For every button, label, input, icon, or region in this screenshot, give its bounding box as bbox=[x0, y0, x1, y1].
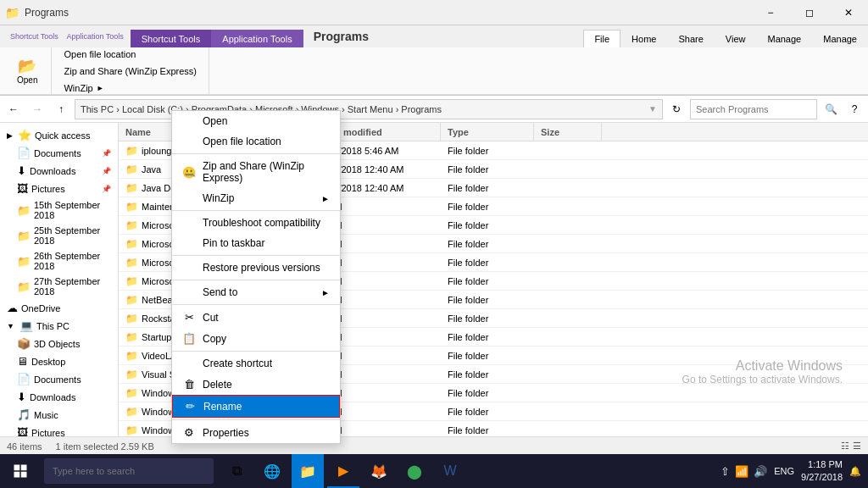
winzip-button[interactable]: WinZip ► bbox=[58, 81, 108, 95]
ctx-restore[interactable]: Restore previous versions bbox=[172, 258, 340, 278]
search-input[interactable] bbox=[690, 99, 817, 119]
tab-app-tools[interactable]: Application Tools bbox=[211, 30, 303, 47]
tray-network-icon[interactable]: 📶 bbox=[735, 465, 748, 478]
ctx-properties[interactable]: ⚙ Properties bbox=[172, 422, 340, 443]
details-view-icon[interactable]: ☷ bbox=[841, 441, 849, 452]
ctx-troubleshoot[interactable]: Troubleshoot compatibility bbox=[172, 213, 340, 233]
open-button[interactable]: 📂 Open bbox=[10, 51, 44, 92]
tab-file[interactable]: File bbox=[583, 30, 620, 47]
taskbar-chrome[interactable]: ⬤ bbox=[398, 454, 431, 488]
ctx-sep6 bbox=[172, 351, 340, 352]
ctx-winzip-label: WinZip bbox=[203, 192, 234, 204]
sidebar-item-sept25[interactable]: 📁 25th September 2018 bbox=[0, 223, 118, 248]
delete-icon: 🗑 bbox=[182, 378, 196, 391]
sidebar-item-documents[interactable]: 📄 Documents 📌 bbox=[0, 144, 118, 162]
ctx-pin-taskbar[interactable]: Pin to taskbar bbox=[172, 233, 340, 253]
onedrive-icon: ☁ bbox=[7, 302, 18, 314]
tray-lang[interactable]: ENG bbox=[774, 466, 794, 476]
ctx-open-file-location[interactable]: Open file location bbox=[172, 131, 340, 152]
minimize-button[interactable]: − bbox=[751, 0, 790, 25]
ctx-send-to[interactable]: Send to ► bbox=[172, 282, 340, 302]
search-button[interactable]: 🔍 bbox=[821, 99, 841, 119]
start-button[interactable] bbox=[0, 454, 41, 488]
help-button[interactable]: ? bbox=[844, 99, 865, 119]
ctx-cut[interactable]: ✂ Cut bbox=[172, 307, 340, 328]
close-button[interactable]: ✕ bbox=[829, 0, 868, 25]
back-button[interactable]: ← bbox=[3, 99, 24, 119]
col-header-type[interactable]: Type bbox=[441, 123, 534, 141]
ribbon-toolbar: 📂 Open Open file location Zip and Share … bbox=[0, 47, 868, 95]
file-type: File folder bbox=[441, 351, 534, 361]
taskbar-task-view[interactable]: ⧉ bbox=[220, 454, 253, 488]
tab-home[interactable]: Home bbox=[620, 30, 667, 47]
tray-up-arrow[interactable]: ⇧ bbox=[721, 465, 730, 478]
svg-rect-1 bbox=[21, 465, 27, 471]
sidebar-item-downloads[interactable]: ⬇ Downloads 📌 bbox=[0, 162, 118, 180]
address-path[interactable]: This PC › Local Disk (C:) › ProgramData … bbox=[75, 99, 663, 119]
ctx-create-shortcut[interactable]: Create shortcut bbox=[172, 353, 340, 374]
sidebar-item-dl2[interactable]: ⬇ Downloads bbox=[0, 388, 118, 406]
refresh-button[interactable]: ↻ bbox=[666, 99, 687, 119]
up-button[interactable]: ↑ bbox=[51, 99, 71, 119]
sidebar-item-label: Documents bbox=[34, 148, 81, 158]
winzip-arrow-icon: ► bbox=[97, 84, 104, 92]
tray-notification-icon[interactable]: 🔔 bbox=[849, 466, 861, 477]
sidebar-item-sept26[interactable]: 📁 26th September 2018 bbox=[0, 248, 118, 274]
col-header-size[interactable]: Size bbox=[534, 123, 602, 141]
taskbar-firefox[interactable]: 🦊 bbox=[363, 454, 395, 488]
tab-share[interactable]: Share bbox=[667, 30, 714, 47]
send-to-arrow-icon: ► bbox=[321, 288, 330, 297]
taskbar-search-input[interactable] bbox=[44, 458, 214, 484]
tiles-view-icon[interactable]: ☰ bbox=[853, 441, 861, 452]
ctx-rename[interactable]: ✏ Rename bbox=[172, 395, 340, 418]
taskbar-word[interactable]: W bbox=[434, 454, 466, 488]
svg-rect-3 bbox=[21, 472, 27, 478]
taskbar-edge[interactable]: 🌐 bbox=[256, 454, 288, 488]
documents-icon: 📄 bbox=[17, 147, 31, 159]
sidebar-item-label: Documents bbox=[34, 374, 81, 385]
ctx-open[interactable]: Open bbox=[172, 111, 340, 131]
sidebar-item-label: Music bbox=[34, 410, 58, 420]
ctx-zip-share[interactable]: 🤐 Zip and Share (WinZip Express) bbox=[172, 156, 340, 188]
title-bar-title: Programs bbox=[25, 7, 751, 19]
zip-share-button[interactable]: Zip and Share (WinZip Express) bbox=[58, 64, 202, 78]
sidebar-item-pics2[interactable]: 🖼 Pictures bbox=[0, 424, 118, 436]
tab-manage2[interactable]: Manage bbox=[812, 30, 868, 47]
sidebar-item-sept15[interactable]: 📁 15th September 2018 bbox=[0, 197, 118, 223]
tab-view[interactable]: View bbox=[715, 30, 757, 47]
tab-manage[interactable]: Manage bbox=[756, 30, 812, 47]
ctx-open-file-location-label: Open file location bbox=[203, 136, 281, 147]
ctx-winzip[interactable]: WinZip ► bbox=[172, 188, 340, 208]
ctx-sep5 bbox=[172, 304, 340, 305]
sidebar-item-3d-objects[interactable]: 📦 3D Objects bbox=[0, 335, 118, 352]
restore-button[interactable]: ◻ bbox=[790, 0, 829, 25]
sidebar-item-docs2[interactable]: 📄 Documents bbox=[0, 370, 118, 388]
sidebar-item-quick-access[interactable]: ▶ ⭐ Quick access bbox=[0, 126, 118, 144]
tray-volume-icon[interactable]: 🔊 bbox=[754, 465, 767, 478]
window-controls: − ◻ ✕ bbox=[751, 0, 868, 25]
ctx-restore-label: Restore previous versions bbox=[203, 262, 320, 274]
taskbar-vlc[interactable]: ▶ bbox=[327, 454, 359, 488]
ctx-delete[interactable]: 🗑 Delete bbox=[172, 374, 340, 395]
file-type: File folder bbox=[441, 183, 534, 193]
sidebar-item-desktop[interactable]: 🖥 Desktop bbox=[0, 352, 118, 370]
file-type: File folder bbox=[441, 295, 534, 305]
taskbar-clock[interactable]: 1:18 PM 9/27/2018 bbox=[801, 458, 843, 485]
forward-button[interactable]: → bbox=[27, 99, 47, 119]
ribbon-tabs: Shortcut Tools Application Tools Shortcu… bbox=[0, 25, 868, 47]
sidebar-item-sept27[interactable]: 📁 27th September 2018 bbox=[0, 274, 118, 299]
view-toggle: ☷ ☰ bbox=[841, 441, 861, 452]
sidebar-item-onedrive[interactable]: ☁ OneDrive bbox=[0, 299, 118, 317]
ctx-copy[interactable]: 📋 Copy bbox=[172, 328, 340, 349]
sidebar-item-this-pc[interactable]: ▼ 💻 This PC bbox=[0, 317, 118, 335]
copy-icon: 📋 bbox=[182, 332, 196, 345]
programs-title: Programs bbox=[303, 30, 379, 43]
sidebar-item-pictures[interactable]: 🖼 Pictures 📌 bbox=[0, 180, 118, 197]
sidebar-item-music[interactable]: 🎵 Music bbox=[0, 406, 118, 424]
pin-icon: 📌 bbox=[102, 167, 111, 175]
ribbon-tools-label: Shortcut Tools Application Tools bbox=[3, 32, 131, 41]
tab-shortcut-tools[interactable]: Shortcut Tools bbox=[131, 30, 212, 47]
path-dropdown-icon[interactable]: ▼ bbox=[648, 104, 657, 114]
open-file-location-button[interactable]: Open file location bbox=[58, 47, 141, 61]
taskbar-explorer[interactable]: 📁 bbox=[292, 454, 324, 488]
